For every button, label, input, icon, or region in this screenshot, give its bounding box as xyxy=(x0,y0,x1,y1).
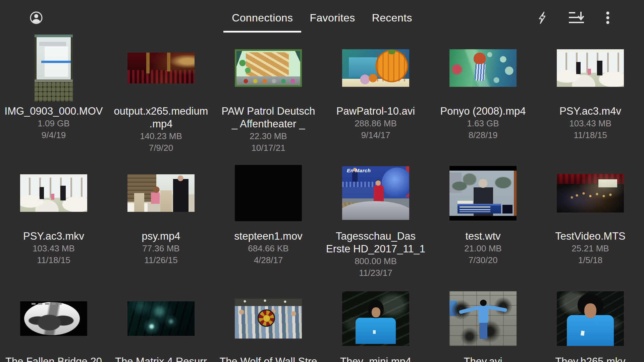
file-date: 10/17/21 xyxy=(251,142,285,154)
file-thumbnail xyxy=(20,174,87,212)
file-thumbnail: En March xyxy=(342,166,409,220)
file-tile[interactable]: PSY.ac3.m4v103.43 MB11/18/15 xyxy=(537,35,644,154)
file-thumbnail xyxy=(127,53,195,83)
file-name: PSY.ac3.m4v xyxy=(559,105,621,118)
file-name: PAW Patrol Deutsch _ Affentheater _ xyxy=(221,105,315,130)
file-thumbnail xyxy=(449,291,517,346)
file-thumbnail xyxy=(20,301,87,336)
file-size: 684.66 KB xyxy=(248,243,288,254)
thumbnail-slot xyxy=(429,35,537,102)
file-date: 11/26/15 xyxy=(144,254,177,266)
file-tile[interactable]: PSY.ac3.mkv103.43 MB11/18/15 xyxy=(0,160,107,279)
file-tile[interactable]: The Matrix 4 Resurr xyxy=(107,285,215,362)
thumbnail-slot xyxy=(0,285,107,352)
file-thumbnail xyxy=(557,174,624,213)
thumbnail-slot: En March xyxy=(322,160,429,227)
file-tile[interactable]: They.h265.mkv xyxy=(537,285,644,362)
file-name: IMG_0903_000.MOV xyxy=(5,105,103,118)
file-tile[interactable]: They.avi xyxy=(429,285,537,362)
thumbnail-slot xyxy=(537,35,644,102)
file-tile[interactable]: test.wtv21.00 MB7/30/20 xyxy=(429,160,537,279)
file-tile[interactable]: IMG_0903_000.MOV1.09 GB9/4/19 xyxy=(0,35,107,154)
file-tile[interactable]: TestVideo.MTS25.21 MB1/5/18 xyxy=(537,160,644,279)
file-date: 9/14/17 xyxy=(361,129,390,141)
file-date: 7/30/20 xyxy=(469,254,498,266)
file-name: The Fallen Bridge 20 xyxy=(5,355,102,362)
file-name: psy.mp4 xyxy=(142,230,180,243)
file-date: 8/28/19 xyxy=(469,129,498,141)
file-name: The Matrix 4 Resurr xyxy=(115,355,207,362)
flash-button[interactable] xyxy=(536,11,549,24)
file-size: 77.36 MB xyxy=(142,243,179,254)
sort-button[interactable] xyxy=(569,11,582,24)
thumbnail-slot xyxy=(322,35,429,102)
thumbnail-slot xyxy=(322,285,429,352)
file-size: 21.00 MB xyxy=(464,243,501,254)
thumbnail-slot xyxy=(107,285,215,352)
file-tile[interactable]: psy.mp477.36 MB11/26/15 xyxy=(107,160,215,279)
file-name: Tagesschau_Das Erste HD_2017_11_1 xyxy=(326,230,425,255)
file-tile[interactable]: stepteen1.mov684.66 KB4/28/17 xyxy=(215,160,322,279)
lightning-icon xyxy=(536,11,549,24)
thumbnail-slot xyxy=(107,160,215,227)
file-name: stepteen1.mov xyxy=(234,230,302,243)
thumbnail-slot xyxy=(429,285,537,352)
file-tile[interactable]: En MarchTagesschau_Das Erste HD_2017_11_… xyxy=(322,160,429,279)
tab-favorites[interactable]: Favorites xyxy=(310,0,355,33)
tab-connections[interactable]: Connections xyxy=(232,0,293,33)
file-name: PSY.ac3.mkv xyxy=(23,230,84,243)
file-date: 4/28/17 xyxy=(254,254,283,266)
file-size: 103.43 MB xyxy=(33,243,75,254)
file-size: 800.00 MB xyxy=(355,255,397,267)
file-tile[interactable]: PAW Patrol Deutsch _ Affentheater _22.30… xyxy=(215,35,322,154)
file-size: 1.63 GB xyxy=(467,118,499,129)
file-date: 1/5/18 xyxy=(578,254,602,266)
file-size: 25.21 MB xyxy=(572,243,609,254)
file-name: They_mini.mp4 xyxy=(340,355,411,362)
sort-descending-icon xyxy=(569,11,582,24)
file-size: 1.09 GB xyxy=(38,118,69,129)
thumbnail-slot xyxy=(429,160,537,227)
file-thumbnail xyxy=(235,299,302,339)
file-thumbnail xyxy=(127,301,195,336)
thumbnail-slot xyxy=(107,35,215,102)
file-thumbnail xyxy=(342,291,409,346)
file-thumbnail xyxy=(127,174,195,212)
thumbnail-caption: En March xyxy=(347,168,371,173)
file-size: 22.30 MB xyxy=(250,130,287,142)
tab-label: Recents xyxy=(372,12,412,24)
file-thumbnail xyxy=(342,49,409,87)
file-name: test.wtv xyxy=(465,230,500,243)
file-tile[interactable]: output.x265.medium .mp4140.23 MB7/9/20 xyxy=(107,35,215,154)
file-size: 288.86 MB xyxy=(355,118,397,129)
file-name: PawPatrol-10.avi xyxy=(336,105,415,118)
file-thumbnail xyxy=(235,165,302,221)
thumbnail-slot xyxy=(537,285,644,352)
file-tile[interactable]: Ponyo (2008).mp41.63 GB8/28/19 xyxy=(429,35,537,154)
file-tile[interactable]: PawPatrol-10.avi288.86 MB9/14/17 xyxy=(322,35,429,154)
file-size: 140.23 MB xyxy=(140,130,182,142)
tab-label: Connections xyxy=(232,12,293,24)
file-date: 9/4/19 xyxy=(42,129,66,141)
thumbnail-slot xyxy=(0,160,107,227)
file-grid-row-3: The Fallen Bridge 20The Matrix 4 ResurrT… xyxy=(0,285,644,362)
file-tile[interactable]: The Wolf of Wall Stre xyxy=(215,285,322,362)
thumbnail-slot xyxy=(537,160,644,227)
tab-recents[interactable]: Recents xyxy=(372,0,412,33)
file-thumbnail xyxy=(449,166,517,221)
file-date: 11/18/15 xyxy=(574,129,607,141)
file-date: 11/18/15 xyxy=(37,254,70,266)
file-name: They.h265.mkv xyxy=(555,355,626,362)
file-name: output.x265.medium .mp4 xyxy=(114,105,208,130)
file-tile[interactable]: They_mini.mp4 xyxy=(322,285,429,362)
top-bar: ConnectionsFavoritesRecents xyxy=(0,0,644,33)
three-dots-icon xyxy=(601,11,614,24)
file-name: They.avi xyxy=(464,355,502,362)
file-tile[interactable]: The Fallen Bridge 20 xyxy=(0,285,107,362)
file-thumbnail xyxy=(557,291,624,346)
thumbnail-slot xyxy=(215,285,322,352)
tab-label: Favorites xyxy=(310,12,355,24)
file-date: 7/9/20 xyxy=(149,142,173,154)
file-thumbnail xyxy=(557,49,624,87)
overflow-menu-button[interactable] xyxy=(601,11,614,24)
